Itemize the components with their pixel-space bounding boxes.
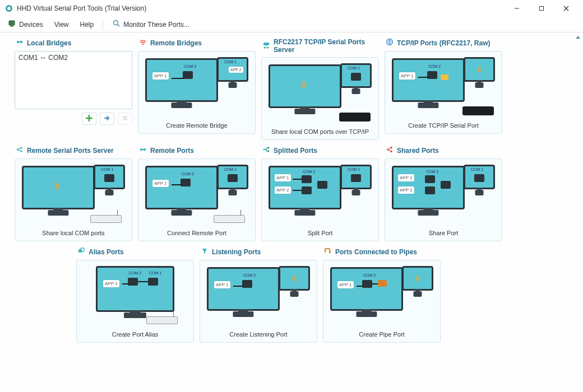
illus-app1-label: APP 1	[275, 174, 291, 181]
tile-caption: Create Remote Bridge	[166, 119, 227, 129]
tile-remote-server[interactable]: COM 1 ⧗ Share local COM ports	[15, 158, 132, 241]
minimize-button[interactable]	[505, 1, 529, 16]
illus-app1-label: APP 1	[337, 281, 354, 288]
bridges-listbox[interactable]: COM1 ↔ COM2	[15, 51, 132, 109]
tiles-grid: Local Bridges COM1 ↔ COM2	[15, 38, 574, 343]
illus-com2-label: COM 2	[129, 271, 141, 275]
illus-app1-label: APP 1	[214, 281, 230, 288]
illus-com2-label: COM 2	[243, 273, 256, 277]
card-alias-ports: Alias Ports APP 1 COM 2 COM 1	[76, 247, 194, 343]
server-icon	[16, 146, 24, 155]
globe-icon	[386, 38, 394, 48]
tile-rfc2217-server[interactable]: COM 1 ⧗ Share local COM ports over TCP/I…	[261, 57, 379, 140]
tile-illustration: COM 1 APP 1 COM 2	[142, 162, 252, 223]
alias-icon	[77, 247, 85, 256]
tile-caption: Create Pipe Port	[359, 328, 404, 338]
card-title-text: Shared Ports	[397, 147, 439, 155]
titlebar: HHD Virtual Serial Port Tools (Trial Ver…	[0, 0, 583, 17]
scroll-up-arrow-icon[interactable]	[574, 34, 582, 41]
tile-alias-port[interactable]: APP 1 COM 2 COM 1 Create Port Alias	[76, 260, 194, 343]
menu-devices[interactable]: Devices	[3, 17, 48, 31]
devices-icon	[8, 19, 17, 30]
card-tcpip-ports: TCP/IP Ports (RFC2217, Raw) ⧗ APP 1 COM …	[385, 38, 502, 140]
tiles-row-3: Alias Ports APP 1 COM 2 COM 1	[15, 247, 502, 343]
main-content: Local Bridges COM1 ↔ COM2	[0, 32, 583, 392]
illus-com1-label: COM 1	[224, 60, 237, 64]
illus-com1-label: COM 1	[224, 167, 237, 171]
tile-remote-bridge[interactable]: COM 1 APP 2 APP 1 COM 2 Create Remote Br…	[138, 51, 256, 134]
tile-caption: Share local COM ports over TCP/IP	[271, 125, 369, 135]
illus-app1-label: APP 1	[398, 174, 414, 181]
add-bridge-button[interactable]	[82, 113, 96, 125]
card-title-splitted: Splitted Ports	[261, 146, 379, 155]
illus-app2-label: APP 2	[275, 186, 291, 194]
svg-rect-23	[141, 149, 145, 150]
svg-point-25	[268, 151, 270, 152]
illus-com1-label: COM 1	[149, 271, 161, 275]
bridge-icon	[16, 38, 24, 48]
svg-point-8	[114, 21, 118, 25]
illus-com1-label: COM 1	[348, 167, 360, 171]
illus-app1-label: APP 1	[152, 72, 169, 80]
hourglass-icon: ⧗	[54, 181, 60, 191]
svg-rect-7	[10, 26, 13, 27]
tile-tcpip-port[interactable]: ⧗ APP 1 COM 2 Create TCP/IP Serial Port	[385, 51, 502, 134]
card-title-remote-server: Remote Serial Ports Server	[15, 146, 132, 155]
plus-icon	[86, 115, 92, 123]
card-title-listening: Listening Ports	[200, 247, 317, 256]
maximize-button[interactable]	[529, 1, 554, 16]
app-icon	[4, 4, 13, 13]
menu-view-label: View	[54, 21, 69, 29]
tile-caption: Create Listening Port	[229, 328, 287, 338]
delete-bridge-button[interactable]	[118, 113, 132, 125]
hourglass-icon: ⧗	[292, 273, 297, 283]
illus-com2-label: COM 2	[428, 64, 441, 68]
svg-rect-29	[78, 249, 82, 253]
tile-caption: Create Port Alias	[112, 328, 159, 338]
menu-devices-label: Devices	[19, 21, 43, 29]
card-title-text: Alias Ports	[89, 248, 124, 256]
illus-com1-label: COM 1	[101, 167, 113, 171]
illus-app2-label: APP 2	[398, 186, 414, 194]
tile-illustration: ⧗ APP 1 COM 2	[327, 264, 437, 324]
card-remote-ports: Remote Ports COM 1 APP 1 COM 2	[138, 146, 256, 241]
illus-app1-label: APP 1	[152, 180, 169, 187]
menu-view[interactable]: View	[50, 19, 73, 30]
list-item[interactable]: COM1 ↔ COM2	[18, 54, 128, 62]
card-title-tcpip: TCP/IP Ports (RFC2217, Raw)	[385, 38, 502, 48]
tile-illustration: COM 1 APP 1 APP 2 COM 2	[265, 162, 375, 223]
svg-point-13	[142, 44, 144, 45]
tile-listening-port[interactable]: ⧗ APP 1 COM 2 Create Listening Port	[200, 260, 317, 343]
card-title-remote-bridges: Remote Bridges	[138, 38, 256, 48]
menu-help[interactable]: Help	[75, 19, 98, 30]
tile-remote-port[interactable]: COM 1 APP 1 COM 2 Connect Remote Port	[138, 158, 256, 241]
svg-rect-12	[18, 41, 21, 43]
tile-caption: Share local COM ports	[42, 226, 104, 236]
remote-port-icon	[139, 146, 147, 155]
vertical-scrollbar[interactable]	[574, 34, 582, 325]
tile-illustration: COM 1 APP 2 APP 1 COM 2	[142, 55, 252, 115]
share-icon	[386, 146, 394, 155]
magnifier-icon	[112, 19, 121, 30]
tile-illustration: ⧗ APP 1 COM 2	[203, 264, 313, 324]
card-title-text: TCP/IP Ports (RFC2217, Raw)	[397, 39, 491, 47]
tile-illustration: COM 1 ⧗	[18, 162, 128, 223]
card-title-text: Ports Connected to Pipes	[335, 248, 417, 256]
svg-line-9	[118, 25, 120, 27]
tile-pipe-port[interactable]: ⧗ APP 1 COM 2 Create Pipe Port	[323, 260, 441, 343]
svg-rect-14	[263, 43, 269, 45]
card-splitted-ports: Splitted Ports COM 1 APP 1 APP 2 COM 2	[261, 146, 379, 241]
illus-app1-label: APP 1	[103, 280, 119, 287]
menu-help-label: Help	[80, 21, 94, 29]
menubar-divider	[103, 20, 103, 30]
tile-split-port[interactable]: COM 1 APP 1 APP 2 COM 2	[261, 158, 379, 241]
menu-monitor-ports[interactable]: Monitor These Ports...	[108, 17, 194, 31]
forward-bridge-button[interactable]	[100, 113, 114, 125]
menubar: Devices View Help Monitor These Ports...	[0, 17, 583, 32]
router-device	[90, 215, 122, 223]
tile-share-port[interactable]: COM 1 APP 1 APP 2 COM 2 Share Port	[385, 158, 502, 241]
svg-rect-32	[329, 251, 331, 253]
close-button[interactable]	[554, 1, 579, 16]
card-title-text: Local Bridges	[27, 39, 71, 47]
illus-com2-label: COM 2	[303, 170, 315, 174]
